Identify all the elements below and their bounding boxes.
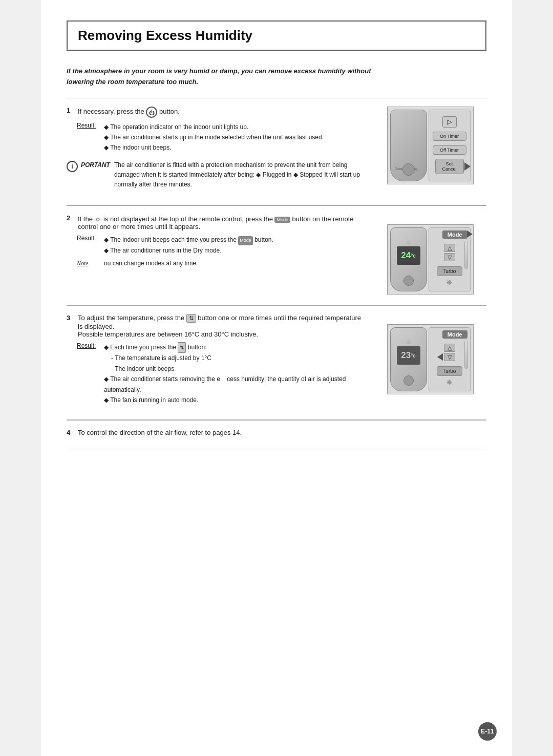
dry-mode-icon: ☼ <box>95 214 102 223</box>
result-3-content: Each time you press the ⇅ button: The te… <box>104 342 364 405</box>
on-timer-button[interactable]: On Timer <box>433 132 466 141</box>
section-3-left: 3 To adjust the temperature, press the ⇅… <box>67 314 364 409</box>
section-1: 1 If necessary, press the ⏻ button. Resu… <box>67 98 486 206</box>
fan-icon-2: ❋ <box>446 279 452 286</box>
important-bullet-1: Plugged in <box>256 171 291 178</box>
result-1: Result: The operation indicator on the i… <box>77 122 364 153</box>
section-1-left: 1 If necessary, press the ⏻ button. Resu… <box>67 107 364 195</box>
remote-3-body: ☼ 23°c <box>390 327 427 391</box>
note-2: Note ou can change modes at any time. <box>77 260 364 267</box>
section-4: 4 To control the direction of the air fl… <box>67 420 486 450</box>
mode-arrow-2 <box>467 230 473 238</box>
section-2-right: ☼ 24°c Mode △ ▽ Turbo ❋ <box>374 214 486 295</box>
step-1-number: 1 <box>67 107 74 118</box>
remote-1-panel: ▷ On Timer Off Timer Set Cancel <box>429 110 471 181</box>
step-4-text: To control the direction of the air flow… <box>78 429 242 436</box>
result-3-bullet-1: Each time you press the ⇅ button: <box>104 342 364 353</box>
result-1-bullet-1: The operation indicator on the indoor un… <box>104 122 324 132</box>
set-cancel-button[interactable]: Set Cancel <box>435 159 464 174</box>
step-2-text: If the ☼ is not displayed at the top of … <box>78 214 364 230</box>
remote-2-circle <box>403 276 414 286</box>
fan-icon-3: ❋ <box>446 379 452 386</box>
title-box: Removing Excess Humidity <box>67 20 486 51</box>
step-4-number: 4 <box>67 429 74 436</box>
arrow-btns-3: △ ▽ <box>444 344 455 361</box>
result-3-bullet-3: The fan is running in auto mode. <box>104 395 364 405</box>
power-button-icon: ⏻ <box>146 107 157 118</box>
turbo-btn-3[interactable]: Turbo <box>437 366 462 376</box>
important-text: The air conditioner is fitted with a pro… <box>114 160 364 190</box>
step-3-instruction: 3 To adjust the temperature, press the ⇅… <box>67 314 364 338</box>
remote-1-frame: Good Morning ▷ On Timer Off Timer Set Ca… <box>387 107 474 184</box>
up-btn-3[interactable]: △ <box>444 344 455 352</box>
remote-3-frame: ☼ 23°c Mode △ ▽ T <box>387 324 474 394</box>
result-1-bullet-2: The air conditioner starts up in the mod… <box>104 132 324 142</box>
step-1-instruction: 1 If necessary, press the ⏻ button. <box>67 107 364 118</box>
result-2-label: Result: <box>77 235 100 256</box>
mode-button-label: Mode <box>274 217 290 223</box>
temp-btn-icon: ⇅ <box>186 314 196 323</box>
important-label: PORTANT <box>81 161 110 169</box>
temp-btn-inline: ⇅ <box>178 342 186 353</box>
important-icon: i <box>67 161 78 172</box>
remote-circle <box>402 163 415 176</box>
remote-2-body: ☼ 24°c <box>390 227 427 291</box>
mode-btn-inline: Mode <box>238 236 253 245</box>
arrow-btns-2: △ ▽ <box>444 244 455 261</box>
section-2-left: 2 If the ☼ is not displayed at the top o… <box>67 214 364 295</box>
mode-btn-3[interactable]: Mode <box>442 330 467 339</box>
temp-display-2: 24°c <box>397 246 420 265</box>
important-bullet-2: Stopped <box>293 171 323 178</box>
page-number: E-11 <box>478 722 497 741</box>
result-1-label: Result: <box>77 122 100 153</box>
result-3-sub-1: The temperature is adjusted by 1°C <box>104 353 364 363</box>
remote-1-body: Good Morning <box>390 110 427 181</box>
important-note: It will start up normally after three mi… <box>114 171 360 188</box>
note-label: Note <box>77 260 100 267</box>
page-title: Removing Excess Humidity <box>78 28 475 44</box>
intro-text: If the atmosphere in your room is very h… <box>67 66 374 88</box>
step-3-number: 3 <box>67 314 74 338</box>
result-3: Result: Each time you press the ⇅ button… <box>77 342 364 405</box>
up-btn-2[interactable]: △ <box>444 244 455 252</box>
down-btn-2[interactable]: ▽ <box>444 253 455 261</box>
result-2: Result: The indoor unit beeps each time … <box>77 235 364 256</box>
remote-3-panel: Mode △ ▽ Turbo ❋ <box>429 327 471 391</box>
down-btn-3[interactable]: ▽ <box>444 353 455 361</box>
section-3-right: ☼ 23°c Mode △ ▽ T <box>374 314 486 409</box>
off-timer-button[interactable]: Off Timer <box>433 145 466 155</box>
result-1-bullet-3: The indoor unit beeps. <box>104 142 324 153</box>
remote-2-panel: Mode △ ▽ Turbo ❋ <box>429 227 471 291</box>
temp-arrow-3 <box>437 353 443 361</box>
step-1-text: If necessary, press the ⏻ button. <box>78 107 180 118</box>
dry-icon-display: ☼ <box>405 237 412 245</box>
step-4-instruction: 4 To control the direction of the air fl… <box>67 429 486 436</box>
step-2-number: 2 <box>67 214 74 230</box>
result-2-bullet-1: The indoor unit beeps each time you pres… <box>104 235 273 245</box>
step-3-text: To adjust the temperature, press the ⇅ b… <box>78 314 364 338</box>
section-3: 3 To adjust the temperature, press the ⇅… <box>67 305 486 420</box>
step-3-instruction2: Possible temperatures are between 16°C a… <box>78 330 258 338</box>
remote-2-frame: ☼ 24°c Mode △ ▽ Turbo ❋ <box>387 224 474 295</box>
turbo-btn-2[interactable]: Turbo <box>437 266 462 276</box>
result-1-content: The operation indicator on the indoor un… <box>104 122 324 153</box>
section-2: 2 If the ☼ is not displayed at the top o… <box>67 205 486 305</box>
page: Removing Excess Humidity If the atmosphe… <box>41 0 512 756</box>
important-box: i PORTANT The air conditioner is fitted … <box>67 160 364 190</box>
result-2-content: The indoor unit beeps each time you pres… <box>104 235 273 256</box>
set-cancel-label: Set Cancel <box>442 161 456 172</box>
thermometer-2 <box>464 241 468 269</box>
arrow-indicator <box>464 162 471 171</box>
thermometer-3 <box>464 341 468 369</box>
temp-display-3: 23°c <box>397 346 420 365</box>
note-text: ou can change modes at any time. <box>104 260 198 267</box>
result-3-label: Result: <box>77 342 100 405</box>
dry-icon-3: ☼ <box>405 337 412 345</box>
result-3-sub-2: The indoor unit beeps <box>104 364 364 374</box>
mode-btn-2[interactable]: Mode <box>442 230 467 239</box>
play-icon: ▷ <box>442 116 457 128</box>
remote-3-circle <box>403 375 414 386</box>
result-3-bullet-2: The air conditioner starts removing the … <box>104 374 364 395</box>
step-2-instruction: 2 If the ☼ is not displayed at the top o… <box>67 214 364 230</box>
section-1-right: Good Morning ▷ On Timer Off Timer Set Ca… <box>374 107 486 195</box>
